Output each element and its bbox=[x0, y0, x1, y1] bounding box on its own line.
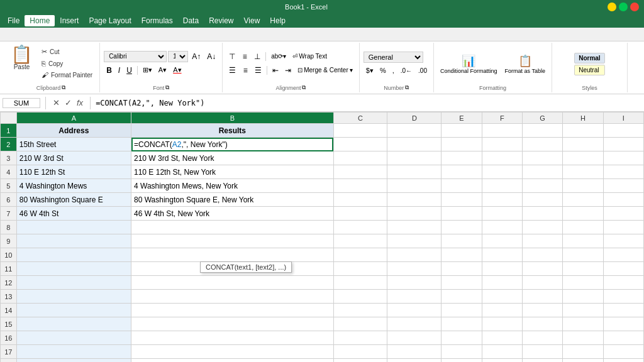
cell-B12[interactable] bbox=[131, 276, 334, 290]
clipboard-expand-icon[interactable]: ⧉ bbox=[62, 84, 65, 91]
cell-I8[interactable] bbox=[603, 221, 643, 234]
row-header-8[interactable]: 8 bbox=[1, 221, 17, 234]
row-header-3[interactable]: 3 bbox=[1, 151, 17, 165]
cell-F13[interactable] bbox=[482, 290, 522, 304]
cell-C10[interactable] bbox=[333, 248, 387, 262]
cell-G16[interactable] bbox=[522, 331, 562, 345]
cell-H17[interactable] bbox=[563, 345, 603, 359]
cell-I2[interactable] bbox=[603, 138, 643, 151]
row-header-5[interactable]: 5 bbox=[1, 179, 17, 193]
cell-F14[interactable] bbox=[482, 304, 522, 317]
cell-D1[interactable] bbox=[387, 124, 441, 138]
cell-C12[interactable] bbox=[333, 276, 387, 290]
align-center-button[interactable]: ≡ bbox=[240, 65, 251, 76]
cell-C1[interactable] bbox=[333, 124, 387, 138]
cell-G14[interactable] bbox=[522, 304, 562, 317]
cell-I16[interactable] bbox=[603, 331, 643, 345]
row-header-10[interactable]: 10 bbox=[1, 248, 17, 262]
cell-D12[interactable] bbox=[387, 276, 441, 290]
cell-E10[interactable] bbox=[441, 248, 482, 262]
cell-E14[interactable] bbox=[441, 304, 482, 317]
row-header-18[interactable]: 18 bbox=[1, 359, 17, 363]
cell-F7[interactable] bbox=[482, 207, 522, 221]
cell-H10[interactable] bbox=[563, 248, 603, 262]
cell-I11[interactable] bbox=[603, 262, 643, 276]
increase-indent-button[interactable]: ⇥ bbox=[282, 65, 294, 76]
bold-button[interactable]: B bbox=[104, 65, 114, 76]
cell-F10[interactable] bbox=[482, 248, 522, 262]
cell-C13[interactable] bbox=[333, 290, 387, 304]
menu-review[interactable]: Review bbox=[204, 15, 238, 26]
text-orientation-button[interactable]: ab⟳▾ bbox=[269, 51, 289, 62]
currency-button[interactable]: $▾ bbox=[364, 65, 376, 76]
menu-view[interactable]: View bbox=[239, 15, 265, 26]
cell-H8[interactable] bbox=[563, 221, 603, 234]
cell-G12[interactable] bbox=[522, 276, 562, 290]
col-header-G[interactable]: G bbox=[522, 112, 562, 124]
alignment-expand-icon[interactable]: ⧉ bbox=[302, 84, 306, 91]
style-normal-button[interactable]: Normal bbox=[574, 53, 604, 63]
col-header-F[interactable]: F bbox=[482, 112, 522, 124]
cell-A4[interactable]: 110 E 12th St bbox=[16, 165, 131, 179]
cell-D2[interactable] bbox=[387, 138, 441, 151]
font-expand-icon[interactable]: ⧉ bbox=[165, 84, 169, 91]
cell-F4[interactable] bbox=[482, 165, 522, 179]
cell-C15[interactable] bbox=[333, 317, 387, 331]
font-color-button[interactable]: A▾ bbox=[170, 65, 184, 76]
cell-G3[interactable] bbox=[522, 151, 562, 165]
cell-A9[interactable] bbox=[16, 234, 131, 248]
cell-E3[interactable] bbox=[441, 151, 482, 165]
cell-F5[interactable] bbox=[482, 179, 522, 193]
cell-B8[interactable] bbox=[131, 221, 334, 234]
cell-H3[interactable] bbox=[563, 151, 603, 165]
cell-E8[interactable] bbox=[441, 221, 482, 234]
cell-D4[interactable] bbox=[387, 165, 441, 179]
cell-E7[interactable] bbox=[441, 207, 482, 221]
cell-D8[interactable] bbox=[387, 221, 441, 234]
cell-A12[interactable] bbox=[16, 276, 131, 290]
cell-G18[interactable] bbox=[522, 359, 562, 363]
cell-A14[interactable] bbox=[16, 304, 131, 317]
cell-H7[interactable] bbox=[563, 207, 603, 221]
cell-I7[interactable] bbox=[603, 207, 643, 221]
cell-H6[interactable] bbox=[563, 193, 603, 207]
formula-cancel-icon[interactable]: ✕ bbox=[51, 97, 62, 108]
cell-I15[interactable] bbox=[603, 317, 643, 331]
cell-A10[interactable] bbox=[16, 248, 131, 262]
cell-E1[interactable] bbox=[441, 124, 482, 138]
cut-button[interactable]: ✂ Cut bbox=[38, 47, 96, 57]
cell-F6[interactable] bbox=[482, 193, 522, 207]
row-header-6[interactable]: 6 bbox=[1, 193, 17, 207]
style-neutral-button[interactable]: Neutral bbox=[574, 65, 604, 75]
wrap-text-button[interactable]: ⏎ Wrap Text bbox=[290, 52, 330, 61]
cell-C16[interactable] bbox=[333, 331, 387, 345]
cell-I5[interactable] bbox=[603, 179, 643, 193]
align-left-button[interactable]: ☰ bbox=[226, 65, 238, 76]
cell-G8[interactable] bbox=[522, 221, 562, 234]
cell-E15[interactable] bbox=[441, 317, 482, 331]
cell-B5[interactable]: 4 Washington Mews, New York bbox=[131, 179, 334, 193]
cell-B13[interactable] bbox=[131, 290, 334, 304]
cell-D6[interactable] bbox=[387, 193, 441, 207]
col-header-I[interactable]: I bbox=[603, 112, 643, 124]
cell-A13[interactable] bbox=[16, 290, 131, 304]
underline-button[interactable]: U bbox=[124, 65, 135, 76]
cell-A3[interactable]: 210 W 3rd St bbox=[16, 151, 131, 165]
cell-E6[interactable] bbox=[441, 193, 482, 207]
cell-F11[interactable] bbox=[482, 262, 522, 276]
cell-D17[interactable] bbox=[387, 345, 441, 359]
cell-E18[interactable] bbox=[441, 359, 482, 363]
row-header-16[interactable]: 16 bbox=[1, 331, 17, 345]
cell-G11[interactable] bbox=[522, 262, 562, 276]
cell-G1[interactable] bbox=[522, 124, 562, 138]
cell-E12[interactable] bbox=[441, 276, 482, 290]
cell-H1[interactable] bbox=[563, 124, 603, 138]
cell-E2[interactable] bbox=[441, 138, 482, 151]
cell-F9[interactable] bbox=[482, 234, 522, 248]
format-as-table-button[interactable]: 📋 Format as Table bbox=[502, 53, 548, 75]
cell-G10[interactable] bbox=[522, 248, 562, 262]
cell-A2[interactable]: 15th Street bbox=[16, 138, 131, 151]
cell-B17[interactable] bbox=[131, 345, 334, 359]
cell-B4[interactable]: 110 E 12th St, New York bbox=[131, 165, 334, 179]
cell-B6[interactable]: 80 Washington Square E, New York bbox=[131, 193, 334, 207]
